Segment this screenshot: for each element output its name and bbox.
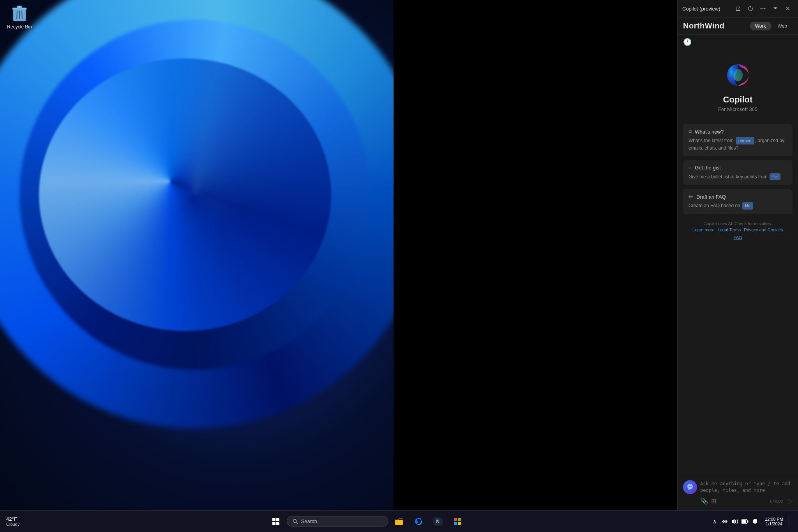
taskbar: 42°F Cloudy Search — [0, 510, 798, 532]
disclaimer-links: Learn more Legal Terms Privacy and Cooki… — [689, 227, 787, 240]
suggestion-draft-faq-header: ✏ Draft an FAQ — [689, 194, 787, 200]
desktop: Recycle Bin — [0, 0, 394, 510]
whats-new-icon: ≡ — [689, 129, 692, 135]
suggestion-whats-new-header: ≡ What's new? — [689, 129, 787, 135]
taskbar-center: Search N — [23, 513, 710, 530]
learn-more-link[interactable]: Learn more — [692, 227, 714, 232]
svg-rect-19 — [454, 518, 457, 521]
suggestion-whats-new[interactable]: ≡ What's new? What's the latest from per… — [683, 124, 793, 156]
suggestion-draft-faq[interactable]: ✏ Draft an FAQ Create an FAQ based on fi… — [683, 189, 793, 214]
person-tag: person — [736, 137, 754, 144]
svg-point-11 — [690, 486, 691, 487]
input-tools: 📎 ⊞ — [700, 497, 716, 505]
notification-icon[interactable] — [751, 517, 759, 526]
suggestion-get-gist[interactable]: ≡ Get the gist Give me a bullet list of … — [683, 160, 793, 185]
copilot-panel: Copilot (preview) — [677, 0, 798, 510]
weather-widget[interactable]: 42°F Cloudy — [6, 516, 19, 527]
edge-browser-button[interactable] — [410, 513, 427, 530]
svg-rect-26 — [747, 520, 749, 523]
panel-more-button[interactable] — [757, 3, 768, 14]
volume-icon[interactable] — [731, 517, 739, 526]
privacy-cookies-link[interactable]: Privacy and Cookies — [744, 227, 783, 232]
whats-new-body: What's the latest from person, organized… — [689, 137, 787, 151]
svg-line-17 — [296, 522, 298, 524]
svg-rect-21 — [454, 522, 457, 525]
panel-brand-row: NorthWind Work Web — [678, 18, 798, 35]
panel-titlebar: Copilot (preview) — [678, 0, 798, 18]
svg-line-5 — [22, 11, 22, 19]
disclaimer-text: Copilot uses AI. Check for mistakes. — [689, 221, 787, 226]
svg-point-7 — [763, 8, 764, 9]
system-clock[interactable]: 12:00 PM 1/1/2024 — [762, 517, 786, 526]
weather-condition: Cloudy — [6, 522, 19, 527]
toggle-work-button[interactable]: Work — [750, 22, 772, 30]
toggle-web-button[interactable]: Web — [772, 22, 793, 30]
draft-faq-title: Draft an FAQ — [696, 194, 726, 200]
panel-title-actions: ✕ — [733, 3, 793, 14]
draft-faq-icon: ✏ — [689, 194, 693, 200]
svg-point-9 — [733, 69, 743, 81]
panel-title: Copilot (preview) — [682, 6, 720, 12]
svg-rect-18 — [395, 520, 403, 525]
system-tray: ∧ — [710, 517, 759, 526]
panel-close-button[interactable]: ✕ — [782, 3, 793, 14]
recycle-bin-label: Recycle Bin — [7, 24, 32, 30]
brand-name: NorthWind — [683, 21, 725, 30]
svg-line-3 — [17, 11, 17, 19]
get-gist-icon: ≡ — [689, 165, 692, 171]
input-toolbar: 📎 ⊞ 0/4000 ▷ — [683, 497, 793, 505]
file-explorer-button[interactable] — [390, 513, 408, 530]
panel-expand-button[interactable] — [770, 3, 781, 14]
svg-rect-12 — [272, 518, 275, 521]
copilot-logo-icon — [724, 61, 752, 89]
svg-point-16 — [293, 519, 296, 522]
whats-new-title: What's new? — [695, 129, 724, 135]
taskbar-left: 42°F Cloudy — [0, 516, 23, 527]
svg-rect-20 — [458, 518, 461, 521]
svg-rect-13 — [276, 518, 279, 521]
disclaimer-section: Copilot uses AI. Check for mistakes. Lea… — [683, 218, 793, 243]
show-desktop-button[interactable] — [789, 514, 792, 529]
suggestion-get-gist-header: ≡ Get the gist — [689, 165, 787, 171]
panel-history-row: 🕐 — [678, 35, 798, 49]
taskbar-search[interactable]: Search — [287, 516, 388, 527]
attachment-button[interactable]: 📎 — [700, 497, 708, 505]
svg-point-23 — [724, 521, 726, 522]
chat-input-area: 📎 ⊞ 0/4000 ▷ — [678, 476, 798, 510]
faq-link[interactable]: FAQ — [733, 235, 742, 240]
chat-input-field[interactable] — [700, 481, 793, 494]
svg-point-10 — [689, 486, 689, 487]
gist-file-tag: file — [770, 173, 780, 181]
recycle-bin-icon[interactable]: Recycle Bin — [4, 4, 35, 30]
svg-point-6 — [761, 8, 762, 9]
table-insert-button[interactable]: ⊞ — [711, 497, 716, 505]
history-icon[interactable]: 🕐 — [683, 38, 692, 46]
char-counter: 0/4000 — [770, 499, 783, 504]
svg-rect-14 — [272, 522, 275, 525]
brand-toggle: Work Web — [750, 22, 793, 30]
svg-point-8 — [764, 8, 766, 9]
battery-icon[interactable] — [741, 517, 749, 526]
svg-rect-2 — [17, 6, 22, 8]
send-button[interactable]: ▷ — [788, 497, 793, 505]
network-icon[interactable] — [720, 517, 729, 526]
start-button[interactable] — [267, 513, 284, 530]
northwind-app-button[interactable]: N — [429, 513, 447, 530]
panel-open-external-button[interactable] — [733, 3, 743, 14]
legal-terms-link[interactable]: Legal Terms — [718, 227, 741, 232]
get-gist-body: Give me a bullet list of key points from… — [689, 173, 787, 181]
faq-file-tag: file — [742, 202, 753, 210]
panel-logo-area: Copilot For Microsoft 365 — [678, 49, 798, 120]
svg-rect-22 — [458, 522, 461, 525]
taskbar-right: ∧ — [710, 514, 798, 529]
svg-rect-15 — [276, 522, 279, 525]
copilot-name: Copilot — [723, 95, 753, 105]
chevron-up-icon[interactable]: ∧ — [710, 517, 719, 526]
recycle-bin-graphic — [10, 4, 29, 23]
copilot-subtitle: For Microsoft 365 — [718, 106, 757, 112]
clock-date: 1/1/2024 — [766, 521, 782, 526]
svg-rect-25 — [742, 520, 746, 523]
clock-time: 12:00 PM — [765, 517, 783, 521]
microsoft-store-button[interactable] — [449, 513, 466, 530]
panel-refresh-button[interactable] — [745, 3, 756, 14]
